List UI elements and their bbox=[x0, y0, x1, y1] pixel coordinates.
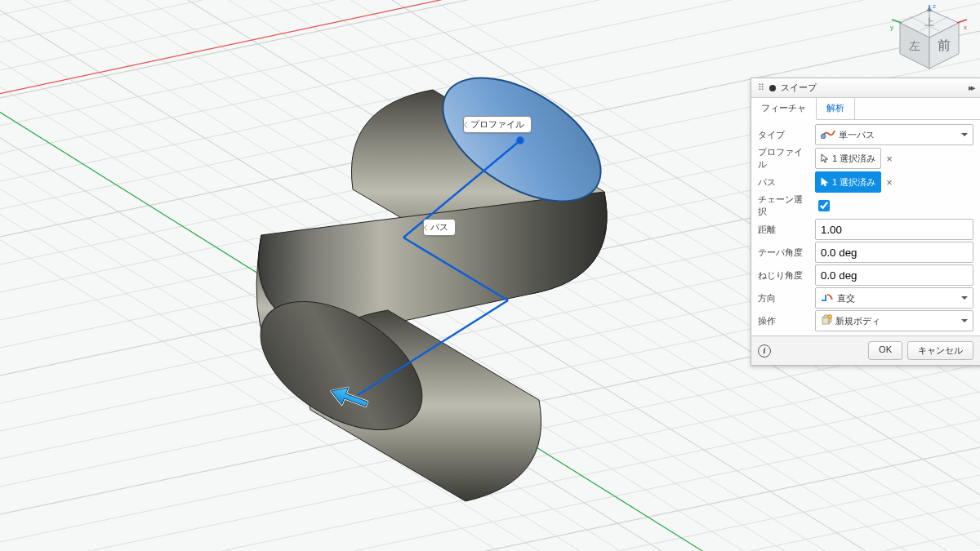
sweep-panel: ⠿ スイープ ▸▸ フィーチャ 解析 タイプ 単一パス プロファイル 1 選択済… bbox=[751, 78, 980, 366]
svg-text:z: z bbox=[933, 5, 936, 10]
feature-dot-icon bbox=[769, 85, 776, 91]
svg-line-29 bbox=[0, 524, 980, 551]
clear-path-button[interactable]: × bbox=[886, 176, 893, 189]
operation-select[interactable]: 新規ボディ bbox=[815, 310, 973, 331]
info-icon[interactable]: i bbox=[758, 344, 771, 358]
viewcube[interactable]: 上 左 前 z x y bbox=[890, 5, 969, 75]
callout-path: パス bbox=[423, 219, 456, 236]
svg-line-3 bbox=[0, 0, 980, 77]
tab-feature[interactable]: フィーチャ bbox=[751, 98, 817, 120]
svg-text:x: x bbox=[964, 24, 967, 31]
distance-input[interactable] bbox=[815, 219, 973, 240]
twist-label: ねじり角度 bbox=[758, 269, 808, 282]
cursor-icon bbox=[821, 177, 829, 187]
path-selection[interactable]: 1 選択済み bbox=[815, 171, 881, 193]
distance-label: 距離 bbox=[758, 224, 808, 236]
svg-line-1 bbox=[0, 0, 980, 21]
svg-text:前: 前 bbox=[938, 38, 951, 52]
svg-text:y: y bbox=[890, 24, 893, 31]
svg-text:上: 上 bbox=[924, 16, 934, 28]
profile-selection[interactable]: 1 選択済み bbox=[815, 148, 881, 169]
type-select[interactable]: 単一パス bbox=[815, 124, 973, 145]
single-path-icon bbox=[821, 129, 835, 140]
new-body-icon bbox=[821, 314, 832, 327]
twist-input[interactable] bbox=[815, 264, 973, 286]
svg-text:左: 左 bbox=[909, 39, 920, 52]
chain-label: チェーン選択 bbox=[758, 193, 808, 218]
callout-profile: プロファイル bbox=[463, 116, 532, 133]
sweep-body bbox=[238, 53, 621, 501]
svg-line-79 bbox=[957, 20, 967, 23]
taper-input[interactable] bbox=[815, 242, 973, 263]
svg-line-28 bbox=[0, 496, 980, 551]
cursor-icon bbox=[821, 153, 829, 163]
chevron-down-icon bbox=[961, 133, 968, 140]
svg-line-2 bbox=[0, 0, 980, 49]
clear-profile-button[interactable]: × bbox=[886, 153, 893, 165]
panel-tabs: フィーチャ 解析 bbox=[751, 98, 980, 120]
cancel-button[interactable]: キャンセル bbox=[907, 341, 973, 360]
svg-line-81 bbox=[892, 20, 902, 23]
operation-label: 操作 bbox=[758, 315, 808, 327]
expand-icon[interactable]: ▸▸ bbox=[969, 82, 973, 93]
svg-point-83 bbox=[822, 134, 826, 139]
profile-label: プロファイル bbox=[758, 146, 808, 171]
chain-checkbox[interactable] bbox=[818, 200, 830, 211]
taper-label: テーパ角度 bbox=[758, 247, 808, 259]
panel-title: スイープ bbox=[781, 82, 817, 94]
path-label: パス bbox=[758, 176, 808, 189]
svg-rect-84 bbox=[822, 318, 829, 324]
direction-label: 方向 bbox=[758, 292, 808, 304]
perpendicular-icon bbox=[821, 292, 834, 304]
chevron-down-icon bbox=[961, 296, 968, 303]
direction-select[interactable]: 直交 bbox=[815, 287, 973, 309]
svg-point-85 bbox=[828, 315, 831, 318]
chevron-down-icon bbox=[961, 319, 968, 326]
ok-button[interactable]: OK bbox=[868, 341, 902, 360]
type-label: タイプ bbox=[758, 129, 808, 141]
tab-analysis[interactable]: 解析 bbox=[817, 98, 855, 119]
drag-grip-icon: ⠿ bbox=[758, 82, 764, 93]
panel-title-bar[interactable]: ⠿ スイープ ▸▸ bbox=[751, 78, 980, 98]
